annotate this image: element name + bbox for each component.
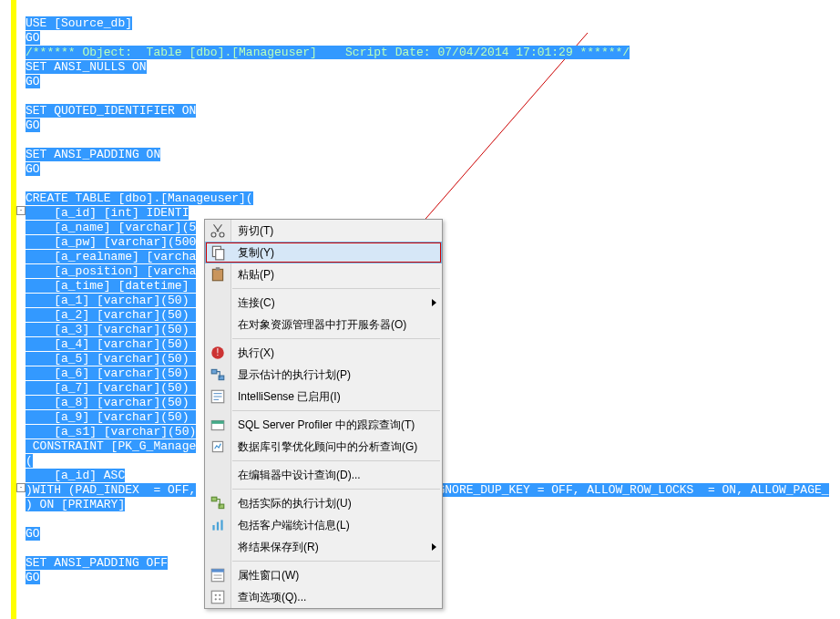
svg-rect-21: [212, 525, 214, 531]
menu-label: 连接(C): [238, 296, 275, 309]
code-line: [a_1] [varchar](50): [26, 294, 196, 307]
svg-point-29: [215, 594, 217, 596]
profiler-icon: [210, 417, 226, 433]
code-line: (: [26, 454, 33, 468]
code-line: SET QUOTED_IDENTIFIER ON: [26, 104, 196, 118]
menu-properties-window[interactable]: 属性窗口(W): [205, 564, 442, 586]
code-line: GO: [26, 527, 40, 541]
properties-icon: [210, 567, 226, 583]
svg-rect-17: [211, 421, 224, 424]
svg-rect-7: [216, 267, 220, 270]
menu-profiler[interactable]: SQL Server Profiler 中的跟踪查询(T): [205, 414, 442, 436]
menu-separator: [232, 561, 440, 562]
menu-label: 复制(Y): [238, 246, 274, 259]
menu-label: 显示估计的执行计划(P): [238, 368, 351, 381]
menu-label: 数据库引擎优化顾问中的分析查询(G): [238, 440, 417, 453]
execute-icon: !: [210, 345, 226, 361]
menu-actual-plan[interactable]: 包括实际的执行计划(U): [205, 492, 442, 514]
menu-tuning-advisor[interactable]: 数据库引擎优化顾问中的分析查询(G): [205, 436, 442, 458]
code-line: [a_8] [varchar](50): [26, 396, 196, 409]
collapse-toggle[interactable]: -: [16, 483, 26, 492]
menu-query-options[interactable]: 查询选项(Q)...: [205, 586, 442, 608]
submenu-arrow-icon: [432, 543, 436, 551]
code-line: [a_4] [varchar](50): [26, 337, 196, 351]
menu-separator: [232, 489, 440, 490]
menu-label: 属性窗口(W): [238, 569, 299, 582]
code-line: GNORE_DUP_KEY = OFF, ALLOW_ROW_LOCKS = O…: [437, 483, 828, 497]
menu-cut[interactable]: 剪切(T): [205, 220, 442, 242]
svg-point-31: [215, 598, 217, 600]
svg-rect-22: [217, 522, 219, 531]
menu-connect[interactable]: 连接(C): [205, 292, 442, 314]
svg-rect-25: [211, 569, 224, 572]
code-line: [a_name] [varchar](5: [26, 221, 196, 234]
svg-point-30: [219, 594, 220, 596]
menu-label: 执行(X): [238, 346, 274, 359]
code-line: ) ON [PRIMARY]: [26, 498, 125, 511]
code-line: GO: [26, 571, 40, 584]
menu-design-query[interactable]: 在编辑器中设计查询(D)...: [205, 464, 442, 486]
menu-copy[interactable]: 复制(Y): [205, 242, 442, 263]
code-line: [a_realname] [varcha: [26, 250, 196, 263]
code-line: SET ANSI_PADDING ON: [26, 148, 160, 161]
svg-rect-6: [212, 269, 222, 280]
code-line: CONSTRAINT [PK_G_Manage: [26, 439, 196, 453]
code-line: SET ANSI_PADDING OFF: [26, 556, 168, 570]
submenu-arrow-icon: [432, 299, 436, 306]
menu-label: IntelliSense 已启用(I): [238, 390, 341, 403]
svg-rect-10: [211, 369, 217, 374]
menu-client-stats[interactable]: 包括客户端统计信息(L): [205, 514, 442, 536]
code-line: )WITH (PAD_INDEX = OFF,: [26, 483, 196, 497]
code-line: [a_5] [varchar](50): [26, 352, 196, 366]
svg-rect-23: [220, 520, 222, 530]
code-line: [a_s1] [varchar](50): [26, 425, 196, 438]
code-line: USE [Source_db]: [26, 16, 132, 30]
options-icon: [210, 589, 226, 605]
svg-point-2: [211, 232, 216, 237]
code-line: [a_pw] [varchar](500: [26, 235, 196, 249]
menu-intellisense[interactable]: IntelliSense 已启用(I): [205, 386, 442, 408]
copy-icon: [210, 244, 226, 261]
code-line: GO: [26, 119, 40, 132]
cut-icon: [210, 222, 226, 239]
menu-save-results[interactable]: 将结果保存到(R): [205, 536, 442, 558]
menu-paste[interactable]: 粘贴(P): [205, 263, 442, 285]
menu-label: 在对象资源管理器中打开服务器(O): [238, 318, 406, 331]
menu-separator: [232, 338, 440, 339]
menu-label: 剪切(T): [238, 224, 273, 237]
menu-label: 包括客户端统计信息(L): [238, 519, 350, 531]
code-line: /****** Object: Table [dbo].[Manageuser]…: [26, 46, 630, 59]
collapse-toggle[interactable]: -: [16, 206, 26, 215]
svg-text:!: !: [217, 347, 220, 357]
menu-label: 包括实际的执行计划(U): [238, 497, 352, 510]
menu-execute[interactable]: ! 执行(X): [205, 342, 442, 364]
code-line: GO: [26, 31, 40, 45]
code-line: GO: [26, 75, 40, 88]
code-line: [a_position] [varcha: [26, 264, 196, 278]
menu-estimated-plan[interactable]: 显示估计的执行计划(P): [205, 364, 442, 386]
menu-label: 将结果保存到(R): [238, 541, 319, 553]
menu-label: SQL Server Profiler 中的跟踪查询(T): [238, 418, 415, 431]
code-line: [a_6] [varchar](50): [26, 366, 196, 380]
menu-label: 粘贴(P): [238, 268, 274, 281]
svg-point-32: [219, 598, 220, 600]
tuning-icon: [210, 438, 226, 455]
code-line: GO: [26, 162, 40, 176]
code-line: CREATE TABLE [dbo].[Manageuser](: [26, 191, 253, 205]
intellisense-icon: [210, 388, 226, 405]
code-line: [a_3] [varchar](50): [26, 323, 196, 336]
code-line: [a_2] [varchar](50): [26, 308, 196, 322]
svg-rect-5: [216, 250, 224, 260]
menu-label: 查询选项(Q)...: [238, 591, 306, 604]
code-line: [a_9] [varchar](50): [26, 410, 196, 424]
code-line: SET ANSI_NULLS ON: [26, 60, 147, 74]
svg-rect-19: [211, 497, 217, 501]
menu-separator: [232, 288, 440, 289]
actual-plan-icon: [210, 495, 226, 511]
menu-open-in-object-explorer[interactable]: 在对象资源管理器中打开服务器(O): [205, 314, 442, 335]
menu-label: 在编辑器中设计查询(D)...: [238, 469, 361, 481]
paste-icon: [210, 266, 226, 283]
menu-separator: [232, 460, 440, 461]
code-line: [a_7] [varchar](50): [26, 381, 196, 395]
menu-separator: [232, 410, 440, 411]
